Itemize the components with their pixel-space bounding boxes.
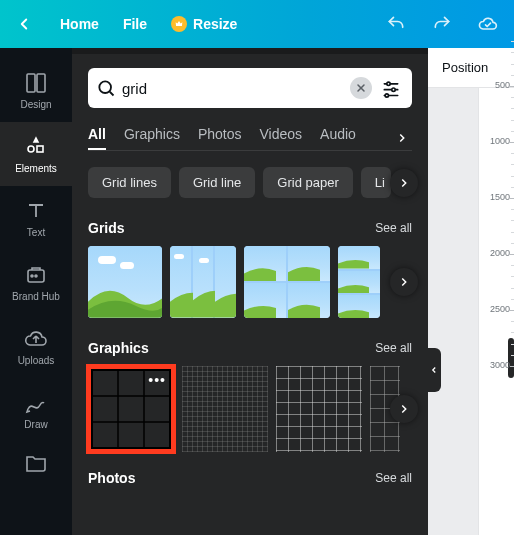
graphic-3x3-grid[interactable]: •••: [88, 366, 174, 452]
category-tabs: All Graphics Photos Videos Audio: [88, 126, 412, 150]
section-photos: Photos See all: [88, 470, 412, 486]
rail-brandhub[interactable]: Brand Hub: [0, 250, 72, 314]
ruler-tick: 2500: [482, 304, 510, 314]
svg-point-12: [387, 82, 390, 85]
graphics-scroll-right[interactable]: [390, 395, 418, 423]
svg-rect-3: [37, 146, 43, 152]
graphic-coarse-grid[interactable]: [276, 366, 362, 452]
grids-title: Grids: [88, 220, 125, 236]
search-icon: [96, 78, 116, 98]
top-toolbar: Home File Resize: [0, 0, 514, 48]
more-options-icon[interactable]: •••: [148, 372, 166, 388]
rail-design[interactable]: Design: [0, 58, 72, 122]
svg-point-5: [31, 275, 33, 277]
photos-seeall[interactable]: See all: [375, 471, 412, 485]
search-input[interactable]: [122, 80, 344, 97]
collapse-panel-handle[interactable]: [427, 348, 441, 392]
tabs-scroll-right[interactable]: [392, 128, 412, 148]
section-graphics: Graphics See all •••: [88, 340, 412, 452]
file-menu[interactable]: File: [123, 16, 147, 32]
rail-uploads-label: Uploads: [18, 355, 55, 366]
svg-rect-23: [276, 366, 362, 452]
side-rail: Design Elements Text Brand Hub Uploads D…: [0, 48, 72, 535]
ruler-tick: 1000: [482, 136, 510, 146]
home-menu[interactable]: Home: [60, 16, 99, 32]
grid-template-3[interactable]: [244, 246, 330, 318]
undo-button[interactable]: [382, 10, 410, 38]
filter-button[interactable]: [378, 75, 404, 101]
position-button[interactable]: Position: [442, 60, 488, 75]
svg-point-6: [35, 275, 37, 277]
back-button[interactable]: [12, 15, 36, 33]
search-bar: [88, 68, 412, 108]
svg-rect-0: [27, 74, 35, 92]
rail-uploads[interactable]: Uploads: [0, 314, 72, 378]
chips-scroll-right[interactable]: [390, 169, 418, 197]
rail-elements[interactable]: Elements: [0, 122, 72, 186]
rail-draw[interactable]: Draw: [0, 378, 72, 442]
svg-point-7: [99, 81, 111, 93]
chip-more[interactable]: Li: [361, 167, 391, 198]
graphic-fine-grid[interactable]: [182, 366, 268, 452]
svg-rect-22: [182, 366, 268, 452]
photos-title: Photos: [88, 470, 135, 486]
rail-design-label: Design: [20, 99, 51, 110]
svg-point-16: [385, 94, 388, 97]
divider: [88, 150, 412, 151]
vertical-ruler: 50010001500200025003000: [478, 88, 514, 535]
tab-all[interactable]: All: [88, 126, 106, 150]
suggestion-chips: Grid lines Grid line Grid paper Li: [88, 167, 412, 198]
rail-projects[interactable]: [0, 442, 72, 482]
canvas-area: Position 50010001500200025003000: [428, 48, 514, 535]
ruler-tick: 3000: [482, 360, 510, 370]
section-grids: Grids See all: [88, 220, 412, 318]
cloud-sync-icon[interactable]: [474, 10, 502, 38]
chip-grid-lines[interactable]: Grid lines: [88, 167, 171, 198]
ruler-tick: 1500: [482, 192, 510, 202]
grid-template-1[interactable]: [88, 246, 162, 318]
rail-draw-label: Draw: [24, 419, 47, 430]
clear-search-button[interactable]: [350, 77, 372, 99]
graphics-seeall[interactable]: See all: [375, 341, 412, 355]
rail-elements-label: Elements: [15, 163, 57, 174]
svg-line-8: [110, 92, 114, 96]
grids-scroll-right[interactable]: [390, 268, 418, 296]
ruler-tick: 500: [482, 80, 510, 90]
resize-menu[interactable]: Resize: [171, 16, 237, 32]
rail-brandhub-label: Brand Hub: [12, 291, 60, 302]
rail-text[interactable]: Text: [0, 186, 72, 250]
tab-audio[interactable]: Audio: [320, 126, 356, 150]
tab-videos[interactable]: Videos: [260, 126, 303, 150]
chip-grid-paper[interactable]: Grid paper: [263, 167, 352, 198]
tab-photos[interactable]: Photos: [198, 126, 242, 150]
ruler-tick: 2000: [482, 248, 510, 258]
chip-grid-line[interactable]: Grid line: [179, 167, 255, 198]
svg-point-2: [28, 146, 34, 152]
grid-template-4[interactable]: [338, 246, 380, 318]
grids-seeall[interactable]: See all: [375, 221, 412, 235]
graphics-title: Graphics: [88, 340, 149, 356]
crown-icon: [171, 16, 187, 32]
tab-graphics[interactable]: Graphics: [124, 126, 180, 150]
grid-template-2[interactable]: [170, 246, 236, 318]
resize-label: Resize: [193, 16, 237, 32]
elements-panel: All Graphics Photos Videos Audio Grid li…: [72, 48, 428, 535]
svg-point-14: [392, 88, 395, 91]
redo-button[interactable]: [428, 10, 456, 38]
svg-rect-1: [37, 74, 45, 92]
rail-text-label: Text: [27, 227, 45, 238]
